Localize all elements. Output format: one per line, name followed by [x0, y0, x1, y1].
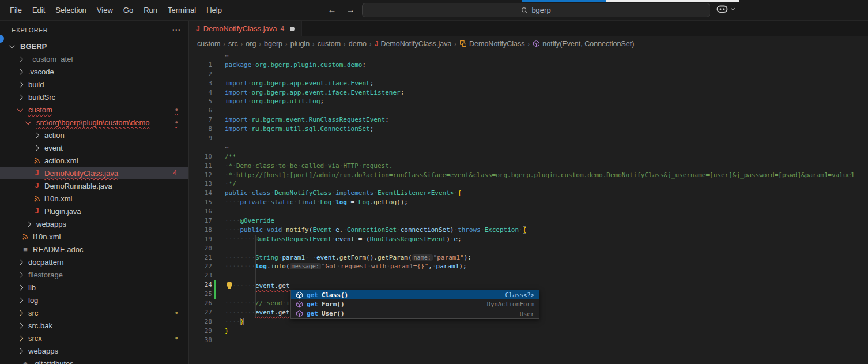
menu-view[interactable]: View	[92, 0, 118, 20]
more-actions-button[interactable]: ⋯	[172, 25, 180, 35]
code-line-11[interactable]: 11·*·Demo·class·to·be·called·via·HTTP·re…	[189, 162, 868, 171]
tree-item-l10n-xml[interactable]: l10n.xml	[0, 230, 188, 243]
breadcrumb-item-custom[interactable]: custom	[318, 40, 341, 48]
code-line-fold[interactable]: ⋯	[189, 51, 868, 61]
tree-item-readme-adoc[interactable]: ≡README.adoc	[0, 243, 188, 256]
chevron-right-icon	[16, 295, 25, 305]
tree-item-build[interactable]: build	[0, 78, 188, 91]
breadcrumb-item-org[interactable]: org	[246, 40, 256, 48]
code-line-22[interactable]: 22········log.info(message:"Got·request·…	[189, 262, 868, 271]
tree-item-l10n-xml[interactable]: l10n.xml	[0, 192, 188, 205]
menu-help[interactable]: Help	[201, 0, 227, 20]
back-button[interactable]: ←	[325, 3, 339, 16]
code-line-14[interactable]: 14public·class·DemoNotifyClass·implement…	[189, 189, 868, 198]
code-line-12[interactable]: 12·*·http://[host]:[port]/admin/run.do?a…	[189, 171, 868, 180]
suggest-item-getform[interactable]: getForm()DynActionForm	[291, 299, 539, 309]
forward-button[interactable]: →	[344, 3, 357, 16]
explorer-title: EXPLORER	[12, 27, 172, 33]
code-line-8[interactable]: 8import·ru.bgcrm.util.sql.ConnectionSet;	[189, 125, 868, 134]
tree-item-custom-atel[interactable]: _custom_atel	[0, 52, 188, 65]
suggest-item-getclass[interactable]: getClass()Class<?>	[291, 290, 539, 299]
tree-item-gitattributes[interactable]: ◆.gitattributes	[0, 357, 188, 364]
tree-item-event[interactable]: event	[0, 141, 188, 154]
tree-item-plugin-java[interactable]: JPlugin.java	[0, 205, 188, 217]
tree-item-docpattern[interactable]: docpattern	[0, 256, 188, 268]
code-line-24[interactable]: 24········event.get	[189, 280, 868, 290]
code-line-20[interactable]: 20	[189, 244, 868, 253]
copilot-button[interactable]	[716, 4, 735, 14]
tree-item-label: build	[28, 80, 44, 89]
command-center-search[interactable]: bgerp	[362, 3, 710, 17]
code-line-13[interactable]: 13·*/	[189, 179, 868, 189]
menu-selection[interactable]: Selection	[50, 0, 91, 20]
tree-item-src-bak[interactable]: src.bak	[0, 319, 188, 332]
code-line-19[interactable]: 19········RunClassRequestEvent·event·=·(…	[189, 235, 868, 244]
tree-item-bgerp[interactable]: BGERP	[0, 40, 188, 52]
code-line-17[interactable]: 17····@Override	[189, 216, 868, 226]
adoc-file-icon: ≡	[21, 245, 30, 254]
line-number: 5	[189, 97, 212, 106]
tree-item-label: event	[44, 144, 63, 152]
tree-item-lib[interactable]: lib	[0, 281, 188, 294]
tree-item-action[interactable]: action	[0, 129, 188, 141]
code-line-1[interactable]: 1package·org.bgerp.plugin.custom.demo;	[189, 61, 868, 70]
tree-item-filestorage[interactable]: filestorage	[0, 268, 188, 281]
tab-demonotifyclass[interactable]: J DemoNotifyClass.java 4	[189, 20, 302, 36]
xml-file-icon	[21, 232, 30, 241]
code-line-18[interactable]: 18····public·void·notify(Event·e,·Connec…	[189, 226, 868, 235]
code-line-9[interactable]: 9	[189, 134, 868, 143]
menu-terminal[interactable]: Terminal	[163, 0, 201, 20]
menu-run[interactable]: Run	[138, 0, 163, 20]
line-content: /**	[212, 152, 236, 162]
tree-item-demonotifyclass-java[interactable]: JDemoNotifyClass.java4	[0, 167, 188, 179]
java-file-icon: J	[196, 25, 200, 33]
menu-go[interactable]: Go	[118, 0, 138, 20]
code-line-23[interactable]: 23	[189, 271, 868, 280]
code-line-30[interactable]: 30	[189, 336, 868, 345]
code-area[interactable]: ⋯1package·org.bgerp.plugin.custom.demo;2…	[189, 51, 868, 364]
tree-item-demorunnable-java[interactable]: JDemoRunnable.java	[0, 179, 188, 192]
code-line-fold[interactable]: ⋯	[189, 143, 868, 152]
breadcrumb-item-bgerp[interactable]: bgerp	[264, 40, 282, 48]
breadcrumb: custom›src›org›bgerp›plugin›custom›demo›…	[189, 36, 868, 51]
tab-label: DemoNotifyClass.java	[203, 24, 277, 33]
breadcrumb-item-src[interactable]: src	[228, 40, 238, 48]
code-line-10[interactable]: 10/**	[189, 152, 868, 162]
line-number: 19	[189, 235, 212, 244]
breadcrumb-item-demonotifyclass[interactable]: DemoNotifyClass	[459, 40, 525, 48]
code-line-6[interactable]: 6	[189, 106, 868, 115]
code-line-21[interactable]: 21········String·param1·=·event.getForm(…	[189, 253, 868, 262]
code-line-16[interactable]: 16	[189, 207, 868, 216]
code-line-29[interactable]: 29}	[189, 327, 868, 336]
tree-item-custom[interactable]: custom●	[0, 103, 188, 116]
tree-item-srcx[interactable]: srcx●	[0, 332, 188, 344]
menu-file[interactable]: File	[5, 0, 27, 20]
suggest-item-getuser[interactable]: getUser()User	[291, 309, 539, 318]
tree-item-label: buildSrc	[28, 93, 55, 102]
lightbulb-icon[interactable]	[227, 282, 232, 287]
code-line-3[interactable]: 3import·org.bgerp.app.event.iface.Event;	[189, 79, 868, 88]
breadcrumb-item-plugin[interactable]: plugin	[290, 40, 310, 48]
breadcrumb-item-demonotifyclass-java[interactable]: JDemoNotifyClass.java	[375, 40, 452, 48]
breadcrumb-item-demo[interactable]: demo	[349, 40, 367, 48]
code-line-2[interactable]: 2	[189, 70, 868, 79]
breadcrumb-item-notify-event-connectionset-[interactable]: notify(Event, ConnectionSet)	[533, 40, 634, 48]
tree-item-action-xml[interactable]: action.xml	[0, 154, 188, 167]
menu-edit[interactable]: Edit	[27, 0, 50, 20]
breadcrumb-item-custom[interactable]: custom	[197, 40, 220, 48]
tree-item-log[interactable]: log	[0, 294, 188, 306]
tree-item-webapps[interactable]: webapps	[0, 217, 188, 230]
tree-item-vscode[interactable]: .vscode	[0, 65, 188, 78]
code-line-15[interactable]: 15····private·static·final·Log·log·=·Log…	[189, 198, 868, 207]
tree-item-src[interactable]: src●	[0, 306, 188, 319]
chevron-down-icon	[730, 6, 735, 12]
line-number: 4	[189, 88, 212, 97]
code-line-7[interactable]: 7import·ru.bgcrm.event.RunClassRequestEv…	[189, 115, 868, 125]
tree-item-label: custom	[28, 106, 52, 114]
tree-item-src-org-bgerp-plugin-custom-demo[interactable]: src\org\bgerp\plugin\custom\demo●	[0, 116, 188, 129]
tab-modified-dot[interactable]	[290, 27, 295, 31]
code-line-5[interactable]: 5import·org.bgerp.util.Log;	[189, 97, 868, 106]
tree-item-webapps[interactable]: webapps	[0, 344, 188, 357]
code-line-4[interactable]: 4import·org.bgerp.app.event.iface.EventL…	[189, 88, 868, 97]
tree-item-buildsrc[interactable]: buildSrc	[0, 91, 188, 103]
